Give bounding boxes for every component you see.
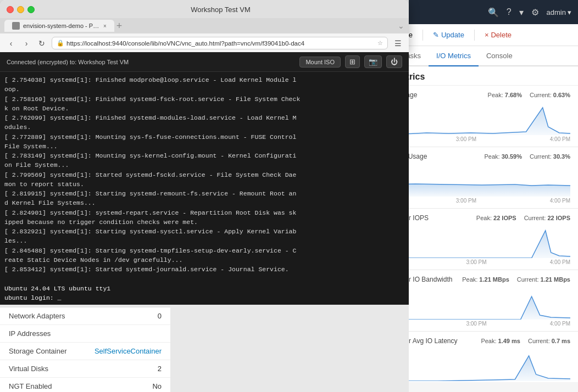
admin-label: admin xyxy=(547,8,566,16)
iops-x-label-3: 4:00 PM xyxy=(550,259,570,265)
console-line: les... xyxy=(4,236,404,245)
io-metrics-title: IO Metrics xyxy=(382,72,570,82)
io-bandwidth-current-label: Current: 1.21 MBps xyxy=(517,276,570,283)
cpu-x-label-3: 4:00 PM xyxy=(550,136,570,142)
iops-chart xyxy=(382,225,570,258)
separator-1 xyxy=(423,30,423,41)
mount-iso-button[interactable]: Mount ISO xyxy=(299,57,341,68)
console-line: [ 2.799569] systemd[1]: Started systemd-… xyxy=(4,170,404,180)
bookmark-icon[interactable]: ☆ xyxy=(377,40,383,47)
cpu-peak-label: Peak: 7.68% xyxy=(488,92,522,98)
io-bandwidth-x-label-3: 4:00 PM xyxy=(550,321,570,327)
iops-x-labels: 2:00 PM 3:00 PM 4:00 PM xyxy=(382,259,570,265)
update-button[interactable]: ✎ Update xyxy=(430,29,468,41)
memory-x-label-3: 4:00 PM xyxy=(550,198,570,204)
minimize-button[interactable] xyxy=(17,6,24,13)
io-metrics-label: I/O Metrics xyxy=(436,52,471,60)
back-button[interactable]: ‹ xyxy=(5,38,16,49)
console-line: [ 2.783149] systemd[1]: Mounting sys-ker… xyxy=(4,151,404,160)
delete-button[interactable]: × Delete xyxy=(481,29,515,41)
iops-chart-stats: Peak: 22 IOPS Current: 22 IOPS xyxy=(476,215,570,221)
admin-menu[interactable]: admin ▾ xyxy=(547,8,571,16)
tab-io-metrics[interactable]: I/O Metrics xyxy=(429,46,479,66)
cpu-current-label: Current: 0.63% xyxy=(530,92,570,98)
help-icon[interactable]: ? xyxy=(507,7,512,17)
new-tab-button[interactable]: + xyxy=(116,20,123,32)
cpu-x-label-2: 3:00 PM xyxy=(456,136,476,142)
memory-x-labels: 3:00 PM 4:00 PM xyxy=(382,198,570,204)
console-toolbar-right: Mount ISO ⊞ 📷 ⏻ xyxy=(299,55,402,68)
virtual-disks-label: Virtual Disks xyxy=(9,365,48,373)
screenshot-button[interactable]: 📷 xyxy=(364,55,382,68)
memory-chart-stats: Peak: 30.59% Current: 30.3% xyxy=(485,153,571,160)
browser-window: Workshop Test VM envision-system-demo - … xyxy=(0,0,409,53)
forward-button[interactable]: › xyxy=(21,38,32,49)
io-bandwidth-peak-label: Peak: 1.21 MBps xyxy=(462,276,509,283)
console-line: [ 2.824901] systemd[1]: systemd-repart.s… xyxy=(4,208,404,217)
console-line: [ 2.819915] systemd[1]: Starting systemd… xyxy=(4,189,404,198)
maximize-button[interactable] xyxy=(27,6,35,13)
memory-peak-label: Peak: 30.59% xyxy=(485,153,523,160)
iops-x-label-2: 3:00 PM xyxy=(466,259,486,265)
memory-current-label: Current: 30.3% xyxy=(530,153,570,160)
chart-header-memory: Memory Usage Peak: 30.59% Current: 30.3% xyxy=(382,153,570,160)
lock-icon: 🔒 xyxy=(57,40,64,47)
chart-header-iops: Controller IOPS Peak: 22 IOPS Current: 2… xyxy=(382,214,570,222)
search-icon[interactable]: 🔍 xyxy=(488,7,499,18)
url-bar[interactable]: 🔒 https://localhost:9440/console/lib/noV… xyxy=(52,37,388,49)
connection-status: Connected (encrypted) to: Workshop Test … xyxy=(7,59,129,65)
io-latency-current-label: Current: 0.7 ms xyxy=(528,338,570,344)
console-line xyxy=(4,274,404,283)
memory-x-label-2: 3:00 PM xyxy=(456,198,476,204)
memory-chart xyxy=(382,164,570,197)
delete-label: Delete xyxy=(491,31,512,39)
separator-2 xyxy=(474,30,475,41)
virtual-disks-value: 2 xyxy=(158,365,162,373)
console-line: d Kernel File Systems... xyxy=(4,198,404,208)
console-login-prompt: ubuntu login: _ xyxy=(4,293,404,303)
help-dropdown-icon[interactable]: ▾ xyxy=(519,7,524,18)
console-os-line: Ubuntu 24.04 LTS ubuntu tty1 xyxy=(4,284,404,293)
console-line: [ 2.758160] systemd[1]: Finished systemd… xyxy=(4,94,404,104)
svg-marker-0 xyxy=(382,108,570,135)
ngt-enabled-value: No xyxy=(152,382,162,390)
io-latency-chart xyxy=(382,348,570,381)
info-row-ngt-enabled: NGT Enabled No xyxy=(0,378,170,392)
settings-icon[interactable]: ⚙ xyxy=(531,7,539,18)
console-line: [ 2.772889] systemd[1]: Mounting sys-fs-… xyxy=(4,132,404,142)
svg-marker-4 xyxy=(382,356,570,381)
io-bandwidth-x-label-2: 3:00 PM xyxy=(466,321,486,327)
cpu-chart-stats: Peak: 7.68% Current: 0.63% xyxy=(488,92,570,98)
iops-peak-label: Peak: 22 IOPS xyxy=(476,215,516,221)
svg-marker-2 xyxy=(382,231,570,258)
console-line: [ 2.754038] systemd[1]: Finished modprob… xyxy=(4,75,404,85)
info-row-network-adapters: Network Adapters 0 xyxy=(0,307,170,325)
storage-container-link[interactable]: SelfServiceContainer xyxy=(95,347,162,355)
console-line: oop. xyxy=(4,85,404,94)
console-line: [ 2.832921] systemd[1]: Starting systemd… xyxy=(4,227,404,236)
console-line: File System... xyxy=(4,142,404,151)
console-line: ipped because no trigger condition check… xyxy=(4,217,404,227)
ip-addresses-label: IP Addresses xyxy=(9,329,51,338)
browser-tab-bar: envision-system-demo - Prism &... × + ⌄ xyxy=(0,18,409,33)
console-line: [ 2.845488] systemd[1]: Starting systemd… xyxy=(4,246,404,255)
tab-close-button[interactable]: × xyxy=(103,23,107,29)
info-panel: Network Adapters 0 IP Addresses Storage … xyxy=(0,307,170,392)
tab-console[interactable]: Console xyxy=(479,46,520,66)
info-row-storage-container: Storage Container SelfServiceContainer xyxy=(0,343,170,360)
menu-button[interactable]: ☰ xyxy=(392,38,403,49)
tab-list-button[interactable]: ⌄ xyxy=(398,21,404,30)
network-adapters-label: Network Adapters xyxy=(9,312,65,320)
display-button[interactable]: ⊞ xyxy=(345,55,360,68)
console-line: mon to report status. xyxy=(4,180,404,189)
chart-header-io-bandwidth: Controller IO Bandwidth Peak: 1.21 MBps … xyxy=(382,276,570,283)
browser-tab[interactable]: envision-system-demo - Prism &... × xyxy=(4,20,114,32)
reload-button[interactable]: ↻ xyxy=(36,38,47,49)
power-button[interactable]: ⏻ xyxy=(386,55,402,68)
close-button[interactable] xyxy=(7,6,14,13)
console-line: [ 2.762099] systemd[1]: Finished systemd… xyxy=(4,113,404,122)
update-label: Update xyxy=(441,31,464,39)
iops-current-label: Current: 22 IOPS xyxy=(524,215,570,221)
browser-title: Workshop Test VM xyxy=(39,5,402,14)
console-body[interactable]: [ 2.754038] systemd[1]: Finished modprob… xyxy=(0,72,409,304)
